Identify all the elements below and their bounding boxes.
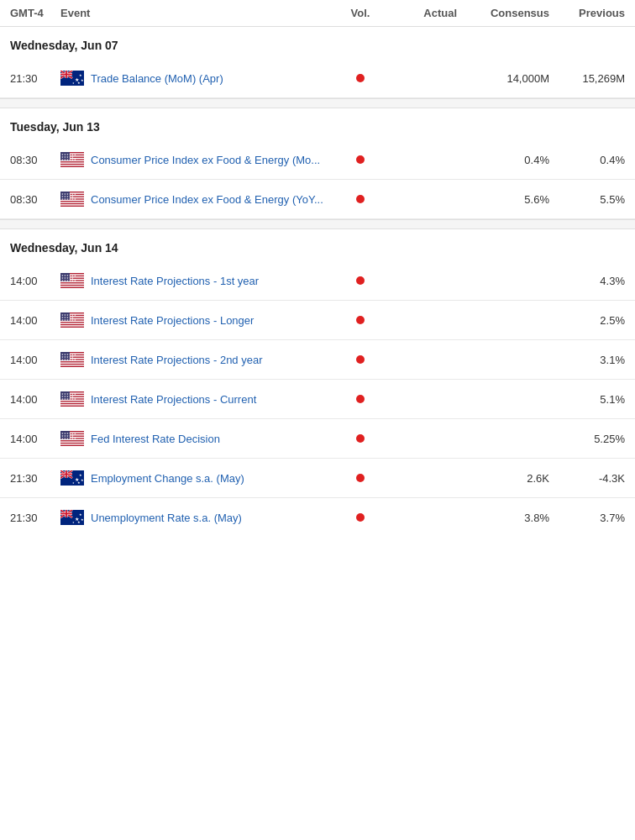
event-volatility xyxy=(339,195,381,203)
table-row[interactable]: 21:30 ★ ★ ★ ★ ★ Trade Balance (MoM) (Apr… xyxy=(0,59,635,98)
table-row[interactable]: 14:00 ★★★★★★ ★★★★★ ★★★★★★ Interest Rate … xyxy=(0,261,635,301)
event-name[interactable]: Interest Rate Projections - Current xyxy=(91,393,256,406)
svg-text:★: ★ xyxy=(81,78,84,82)
event-previous: 0.4% xyxy=(549,154,625,166)
sections-container: Wednesday, Jun 0721:30 ★ ★ ★ ★ ★ Trade B… xyxy=(0,27,635,537)
section-header-0: Wednesday, Jun 07 xyxy=(0,27,635,59)
event-volatility xyxy=(339,276,381,285)
svg-rect-76 xyxy=(60,404,84,405)
svg-text:★: ★ xyxy=(72,481,75,485)
flag-usa: ★★★★★★ ★★★★★ ★★★★★★ xyxy=(60,312,84,328)
event-cell: ★★★★★★ ★★★★★ ★★★★★★ Interest Rate Projec… xyxy=(60,312,339,328)
event-time: 14:00 xyxy=(10,354,60,366)
event-time: 08:30 xyxy=(10,193,60,206)
table-row[interactable]: 21:30 ★ ★ ★ ★ ★ Employment Change s.a. (… xyxy=(0,459,635,498)
event-previous: 5.1% xyxy=(549,393,625,406)
svg-text:★★★★★★: ★★★★★★ xyxy=(61,358,76,361)
volatility-dot xyxy=(356,276,365,285)
event-name[interactable]: Employment Change s.a. (May) xyxy=(91,472,244,485)
svg-text:★: ★ xyxy=(77,480,81,485)
table-row[interactable]: 21:30 ★ ★ ★ ★ ★ Unemployment Rate s.a. (… xyxy=(0,498,635,537)
table-header: GMT-4 Event Vol. Actual Consensus Previo… xyxy=(0,0,635,27)
event-cell: ★★★★★★ ★★★★★ ★★★★★★ Interest Rate Projec… xyxy=(60,352,339,367)
event-consensus: 0.4% xyxy=(457,154,549,166)
svg-text:★★★★★★: ★★★★★★ xyxy=(61,437,76,440)
svg-rect-86 xyxy=(60,441,84,442)
event-name[interactable]: Fed Interest Rate Decision xyxy=(91,433,220,445)
svg-text:★: ★ xyxy=(79,73,82,77)
event-cell: ★ ★ ★ ★ ★ Unemployment Rate s.a. (May) xyxy=(60,510,339,525)
table-row[interactable]: 14:00 ★★★★★★ ★★★★★ ★★★★★★ Interest Rate … xyxy=(0,380,635,419)
event-cell: ★★★★★★ ★★★★★ ★★★★★★ Consumer Price Index… xyxy=(60,152,339,167)
table-row[interactable]: 14:00 ★★★★★★ ★★★★★ ★★★★★★ Interest Rate … xyxy=(0,340,635,380)
section-header-1: Tuesday, Jun 13 xyxy=(0,108,635,140)
header-consensus: Consensus xyxy=(457,7,549,19)
event-name[interactable]: Interest Rate Projections - 2nd year xyxy=(91,354,263,366)
header-vol: Vol. xyxy=(339,7,381,19)
svg-rect-54 xyxy=(60,325,84,326)
header-event: Event xyxy=(60,7,339,19)
event-volatility xyxy=(339,316,381,324)
volatility-dot xyxy=(356,513,365,522)
event-volatility xyxy=(339,474,381,482)
volatility-dot xyxy=(356,74,365,82)
svg-text:★: ★ xyxy=(72,81,75,85)
header-actual: Actual xyxy=(381,7,457,19)
event-consensus: 3.8% xyxy=(457,512,549,524)
table-row[interactable]: 14:00 ★★★★★★ ★★★★★ ★★★★★★ Interest Rate … xyxy=(0,301,635,340)
event-volatility xyxy=(339,395,381,403)
event-consensus: 14,000M xyxy=(457,72,549,85)
table-row[interactable]: 08:30 ★★★★★★ ★★★★★ ★★★★★★ Consumer Price… xyxy=(0,180,635,219)
svg-text:★★★★★★: ★★★★★★ xyxy=(61,197,76,201)
event-time: 21:30 xyxy=(10,512,60,524)
flag-usa: ★★★★★★ ★★★★★ ★★★★★★ xyxy=(60,273,84,288)
event-cell: ★★★★★★ ★★★★★ ★★★★★★ Consumer Price Index… xyxy=(60,192,339,207)
event-time: 14:00 xyxy=(10,433,60,445)
event-time: 21:30 xyxy=(10,72,60,85)
svg-text:★★★★★★: ★★★★★★ xyxy=(61,318,76,322)
event-name[interactable]: Consumer Price Index ex Food & Energy (M… xyxy=(91,154,320,166)
event-cell: ★ ★ ★ ★ ★ Trade Balance (MoM) (Apr) xyxy=(60,71,339,86)
svg-text:★: ★ xyxy=(72,521,75,524)
volatility-dot xyxy=(356,434,365,443)
event-previous: 5.25% xyxy=(549,433,625,445)
svg-text:★: ★ xyxy=(77,520,81,524)
volatility-dot xyxy=(356,395,365,403)
event-time: 14:00 xyxy=(10,393,60,406)
flag-usa: ★★★★★★ ★★★★★ ★★★★★★ xyxy=(60,152,84,167)
event-name[interactable]: Interest Rate Projections - Longer xyxy=(91,314,254,327)
event-time: 08:30 xyxy=(10,154,60,166)
svg-text:★: ★ xyxy=(81,478,84,482)
svg-rect-43 xyxy=(60,286,84,286)
table-row[interactable]: 14:00 ★★★★★★ ★★★★★ ★★★★★★ Fed Interest R… xyxy=(0,419,635,459)
svg-rect-65 xyxy=(60,365,84,365)
event-name[interactable]: Unemployment Rate s.a. (May) xyxy=(91,512,242,524)
event-name[interactable]: Consumer Price Index ex Food & Energy (Y… xyxy=(91,193,323,206)
svg-rect-87 xyxy=(60,444,84,444)
flag-usa: ★★★★★★ ★★★★★ ★★★★★★ xyxy=(60,192,84,207)
event-name[interactable]: Interest Rate Projections - 1st year xyxy=(91,275,259,287)
event-volatility xyxy=(339,513,381,522)
event-name[interactable]: Trade Balance (MoM) (Apr) xyxy=(91,72,223,85)
event-previous: 2.5% xyxy=(549,314,625,327)
svg-text:★: ★ xyxy=(77,81,81,85)
event-previous: -4.3K xyxy=(549,472,625,485)
volatility-dot xyxy=(356,155,365,164)
event-previous: 3.1% xyxy=(549,354,625,366)
svg-text:★: ★ xyxy=(81,517,84,522)
event-time: 14:00 xyxy=(10,314,60,327)
event-consensus: 2.6K xyxy=(457,472,549,485)
svg-text:★★★★★★: ★★★★★★ xyxy=(61,158,76,161)
event-volatility xyxy=(339,355,381,364)
svg-text:★: ★ xyxy=(79,512,82,517)
event-cell: ★ ★ ★ ★ ★ Employment Change s.a. (May) xyxy=(60,470,339,486)
volatility-dot xyxy=(356,195,365,203)
flag-australia: ★ ★ ★ ★ ★ xyxy=(60,510,84,525)
section-divider xyxy=(0,219,635,229)
event-cell: ★★★★★★ ★★★★★ ★★★★★★ Interest Rate Projec… xyxy=(60,273,339,288)
svg-rect-42 xyxy=(60,283,84,284)
table-row[interactable]: 08:30 ★★★★★★ ★★★★★ ★★★★★★ Consumer Price… xyxy=(0,140,635,180)
event-previous: 5.5% xyxy=(549,193,625,206)
event-time: 14:00 xyxy=(10,275,60,287)
flag-usa: ★★★★★★ ★★★★★ ★★★★★★ xyxy=(60,391,84,407)
